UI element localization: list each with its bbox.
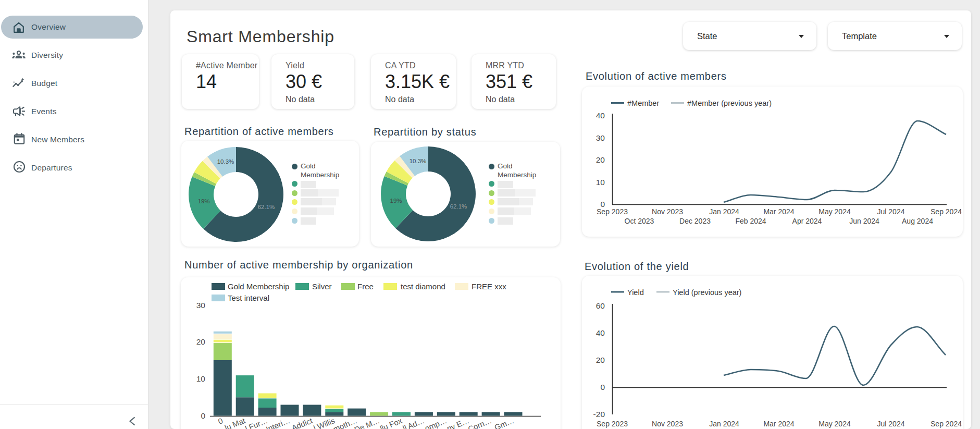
svg-text:Nov 2023: Nov 2023 bbox=[652, 420, 683, 428]
svg-text:#Member: #Member bbox=[627, 99, 659, 107]
svg-text:62.1%: 62.1% bbox=[258, 204, 275, 210]
svg-text:Test interval: Test interval bbox=[228, 293, 269, 302]
svg-text:lu Mat: lu Mat bbox=[224, 416, 247, 429]
svg-text:Mar 2024: Mar 2024 bbox=[763, 420, 794, 428]
svg-text:-20: -20 bbox=[593, 410, 605, 419]
svg-text:Dec 2023: Dec 2023 bbox=[679, 217, 711, 225]
svg-text:Apr 2024: Apr 2024 bbox=[792, 217, 822, 225]
svg-text:0: 0 bbox=[600, 383, 605, 391]
svg-text:20: 20 bbox=[196, 337, 206, 346]
svg-text:30: 30 bbox=[196, 301, 206, 310]
svg-text:Sep 2024: Sep 2024 bbox=[931, 420, 962, 428]
svg-text:62.1%: 62.1% bbox=[450, 203, 467, 210]
svg-text:19%: 19% bbox=[390, 198, 402, 204]
svg-text:10: 10 bbox=[196, 374, 206, 383]
svg-text:20: 20 bbox=[596, 155, 605, 164]
svg-text:Oct 2023: Oct 2023 bbox=[625, 217, 654, 225]
svg-text:Jul 2024: Jul 2024 bbox=[877, 207, 905, 216]
svg-text:Aug 2024: Aug 2024 bbox=[902, 217, 933, 225]
svg-text:20: 20 bbox=[596, 356, 605, 364]
svg-text:Nov 2023: Nov 2023 bbox=[652, 207, 683, 216]
svg-text:60: 60 bbox=[596, 301, 605, 310]
svg-text:Jan 2024: Jan 2024 bbox=[709, 420, 739, 428]
svg-text:Gm…: Gm… bbox=[493, 416, 515, 429]
svg-text:Interi…: Interi… bbox=[265, 416, 291, 429]
svg-text:Free: Free bbox=[357, 282, 374, 291]
svg-text:llu Fox: llu Fox bbox=[379, 416, 404, 429]
svg-text:19%: 19% bbox=[197, 198, 209, 204]
svg-text:Sep 2024: Sep 2024 bbox=[931, 207, 962, 216]
svg-text:May 2024: May 2024 bbox=[818, 207, 851, 216]
svg-text:0: 0 bbox=[217, 416, 224, 426]
svg-text:FREE xxx: FREE xxx bbox=[472, 282, 506, 291]
svg-text:ny E…: ny E… bbox=[445, 416, 470, 429]
svg-text:test diamond: test diamond bbox=[401, 282, 445, 291]
svg-text:May 2024: May 2024 bbox=[818, 420, 851, 428]
svg-text:#Member (previous year): #Member (previous year) bbox=[687, 99, 772, 107]
svg-text:30: 30 bbox=[596, 133, 605, 142]
svg-text:Yield: Yield bbox=[627, 288, 644, 297]
svg-text:Sep 2023: Sep 2023 bbox=[597, 420, 628, 428]
svg-text:Sep 2023: Sep 2023 bbox=[597, 207, 628, 216]
svg-text:Jun 2024: Jun 2024 bbox=[849, 217, 879, 225]
svg-text:10: 10 bbox=[596, 178, 605, 187]
svg-text:Feb 2024: Feb 2024 bbox=[735, 217, 766, 225]
svg-text:Addict: Addict bbox=[290, 416, 314, 429]
svg-text:Yield (previous year): Yield (previous year) bbox=[673, 288, 741, 297]
svg-text:Corn…: Corn… bbox=[467, 416, 493, 429]
svg-text:Gold Membership: Gold Membership bbox=[228, 282, 289, 291]
svg-text:Jan 2024: Jan 2024 bbox=[709, 207, 739, 216]
svg-text:Jul 2024: Jul 2024 bbox=[877, 420, 905, 428]
svg-text:10.3%: 10.3% bbox=[410, 158, 427, 164]
svg-text:10.3%: 10.3% bbox=[217, 158, 234, 165]
svg-text:Mar 2024: Mar 2024 bbox=[763, 207, 794, 216]
svg-text:40: 40 bbox=[596, 111, 605, 120]
svg-text:40: 40 bbox=[596, 328, 605, 337]
svg-text:ll Ad…: ll Ad… bbox=[402, 416, 426, 429]
svg-text:Silver: Silver bbox=[312, 282, 332, 291]
svg-text:0: 0 bbox=[201, 411, 205, 420]
svg-text:omp…: omp… bbox=[424, 416, 448, 429]
